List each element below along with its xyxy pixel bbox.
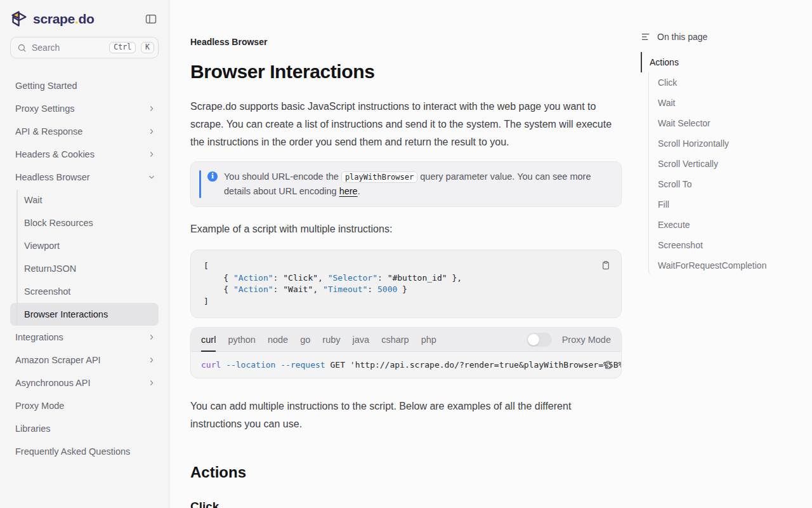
sidebar-item-api-response[interactable]: API & Response [0,120,169,143]
info-callout: i You should URL-encode the playWithBrow… [190,161,622,207]
subsection-heading-click: Click [190,500,622,508]
code-line: { "Action": "Wait", "Timeout": 5000 } [204,284,608,296]
copy-icon[interactable] [599,258,612,272]
breadcrumb: Headless Browser [190,0,622,47]
tab-python[interactable]: python [228,328,256,351]
intro-paragraph: Scrape.do supports basic JavaScript inst… [190,98,622,151]
sidebar-item-label: Getting Started [15,81,77,91]
sidebar-collapse-icon[interactable] [145,13,157,25]
sidebar-item-integrations[interactable]: Integrations [0,326,169,349]
curl-command-text: curl --location --request GET 'http://ap… [201,360,621,370]
sidebar-item-label: Frequently Asked Questions [15,446,130,457]
section-heading-actions: Actions [190,464,622,481]
sidebar-subitem-wait[interactable]: Wait [10,189,159,211]
info-icon: i [207,171,218,182]
tab-node[interactable]: node [268,328,288,351]
json-code-lines: [ { "Action": "Click", "Selector": "#but… [204,260,608,307]
callout-accent-bar [199,170,201,198]
tab-go[interactable]: go [300,328,310,351]
sidebar-item-proxy-settings[interactable]: Proxy Settings [0,97,169,120]
callout-text: You should URL-encode the playWithBrowse… [224,170,611,198]
sidebar-subitem-screenshot[interactable]: Screenshot [10,280,159,303]
brand-logo[interactable]: scrape.do [10,10,95,28]
sidebar-item-frequently-asked-questions[interactable]: Frequently Asked Questions [0,440,169,463]
sidebar-nav-top: Getting StartedProxy SettingsAPI & Respo… [0,74,169,189]
copy-icon[interactable] [602,358,614,371]
sidebar-item-label: Asynchronous API [15,378,91,388]
main-content: Headless Browser Browser Interactions Sc… [190,0,622,508]
toc-item-actions[interactable]: Actions [641,52,807,72]
tab-curl[interactable]: curl [201,328,216,351]
chevron-right-icon [147,333,156,342]
sidebar-item-label: Proxy Settings [15,104,75,114]
sidebar-nav: Getting StartedProxy SettingsAPI & Respo… [0,74,169,463]
sidebar-item-asynchronous-api[interactable]: Asynchronous API [0,371,169,394]
sidebar-item-label: Amazon Scraper API [15,355,101,365]
search-icon [17,43,27,53]
sidebar-subitem-browser-interactions[interactable]: Browser Interactions [10,303,159,326]
tab-ruby[interactable]: ruby [322,328,340,351]
tab-php[interactable]: php [421,328,436,351]
sidebar-item-label: Integrations [15,332,63,342]
chevron-right-icon [147,378,156,387]
toc-item-waitforrequestcompletion[interactable]: WaitForRequestCompletion [649,255,807,276]
sidebar-item-label: Proxy Mode [15,401,64,411]
chevron-right-icon [147,356,156,364]
tab-java[interactable]: java [353,328,370,351]
toc-item-fill[interactable]: Fill [649,194,807,215]
inline-code-playwithbrowser: playWithBrowser [341,171,417,183]
toc-item-scroll-vertically[interactable]: Scroll Vertically [649,154,807,174]
toc-item-execute[interactable]: Execute [649,215,807,235]
sidebar-item-label: API & Response [15,126,82,137]
search-input[interactable]: Search Ctrl K [10,37,159,58]
chevron-right-icon [147,150,156,159]
toc-item-click[interactable]: Click [649,72,807,93]
toc-item-scroll-horizontally[interactable]: Scroll Horizontally [649,133,807,154]
toc-title: On this page [657,32,707,42]
example-label: Example of a script with multiple instru… [190,224,622,235]
toc-item-wait[interactable]: Wait [649,93,807,113]
language-tab-list: curlpythonnodegorubyjavacsharpphp [201,328,436,351]
on-this-page: On this page Actions ClickWaitWait Selec… [641,0,807,276]
sidebar-item-headless-browser[interactable]: Headless Browser [0,166,169,189]
toc-list-icon [641,32,651,42]
left-sidebar: scrape.do Search Ctrl K Getting StartedP… [0,0,169,508]
chevron-down-icon [147,173,156,182]
proxy-mode-label: Proxy Mode [562,335,611,345]
toc-item-scroll-to[interactable]: Scroll To [649,174,807,194]
proxy-mode-toggle[interactable] [527,333,552,347]
proxy-mode-toggle-knob [528,334,539,345]
sidebar-item-getting-started[interactable]: Getting Started [0,74,169,97]
url-encoding-link[interactable]: here [339,186,358,196]
code-line: [ [204,260,608,272]
json-code-block: [ { "Action": "Click", "Selector": "#but… [190,250,622,318]
sidebar-subitem-returnjson[interactable]: ReturnJSON [10,257,159,280]
sidebar-item-headers-cookies[interactable]: Headers & Cookies [0,143,169,166]
toc-sub-list: ClickWaitWait SelectorScroll Horizontall… [648,72,807,276]
toc-item-screenshot[interactable]: Screenshot [649,235,807,255]
body-paragraph: You can add multiple instructions to the… [190,398,622,433]
kbd-ctrl: Ctrl [109,42,136,54]
sidebar-nav-sub: WaitBlock ResourcesViewportReturnJSONScr… [0,189,169,326]
sidebar-subitem-viewport[interactable]: Viewport [10,234,159,257]
sidebar-item-label: Libraries [15,424,51,434]
sidebar-item-libraries[interactable]: Libraries [0,417,169,440]
search-placeholder: Search [32,43,104,53]
sidebar-item-label: Headers & Cookies [15,149,95,159]
sidebar-item-label: Headless Browser [15,172,90,182]
chevron-right-icon [147,127,156,136]
tab-csharp[interactable]: csharp [381,328,409,351]
sidebar-item-proxy-mode[interactable]: Proxy Mode [0,394,169,417]
brand-logo-icon [10,10,29,28]
chevron-right-icon [147,104,156,113]
sidebar-item-amazon-scraper-api[interactable]: Amazon Scraper API [0,349,169,371]
kbd-k: K [141,42,154,54]
sidebar-nav-bottom: IntegrationsAmazon Scraper APIAsynchrono… [0,326,169,463]
code-line: ] [204,296,608,308]
brand-wordmark: scrape.do [33,11,95,27]
sidebar-subitem-block-resources[interactable]: Block Resources [10,211,159,234]
curl-command: curl --location --request GET 'http://ap… [191,352,621,378]
toc-item-wait-selector[interactable]: Wait Selector [649,113,807,133]
request-code-block: curlpythonnodegorubyjavacsharpphp Proxy … [190,327,622,378]
language-tabs: curlpythonnodegorubyjavacsharpphp Proxy … [191,328,621,352]
